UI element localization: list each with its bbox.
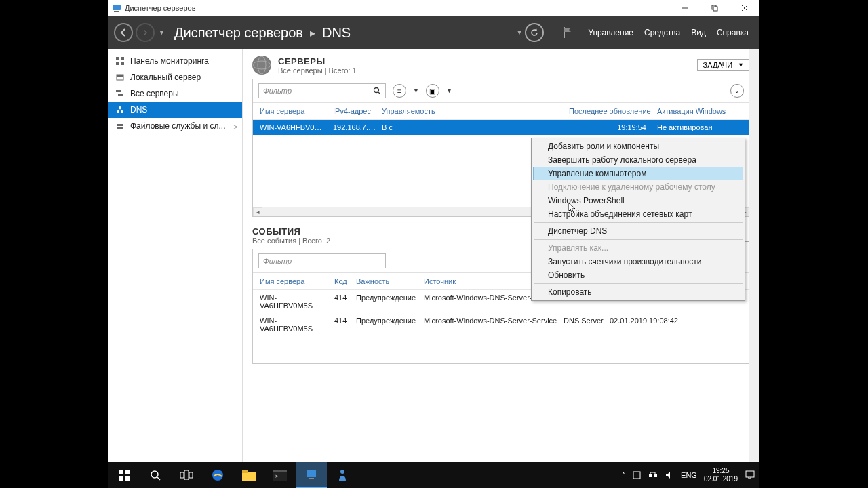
tray-volume-icon[interactable]: [665, 470, 674, 480]
svg-rect-9: [121, 57, 124, 60]
tray-app-icon[interactable]: [632, 470, 642, 480]
ctx-shutdown[interactable]: Завершить работу локального сервера: [533, 153, 743, 167]
app-icon[interactable]: [327, 462, 358, 488]
servers-tasks-button[interactable]: ЗАДАЧИ ▼: [697, 59, 750, 71]
maximize-button[interactable]: [700, 0, 730, 16]
tray-notifications-icon[interactable]: [745, 470, 755, 481]
menu-help[interactable]: Справка: [717, 28, 749, 37]
col-code[interactable]: Код: [332, 276, 353, 287]
servers-icon: [115, 89, 125, 98]
col-last-update[interactable]: Последнее обновление: [566, 106, 654, 117]
svg-rect-34: [180, 472, 184, 478]
svg-rect-4: [713, 7, 717, 11]
menu-tools[interactable]: Средства: [644, 28, 680, 37]
chevron-right-icon: ▷: [233, 123, 238, 130]
col-server-name[interactable]: Имя сервера: [257, 276, 332, 287]
ctx-powershell[interactable]: Windows PowerShell: [533, 194, 743, 207]
chevron-right-icon: ▸: [310, 26, 315, 39]
ctx-add-roles[interactable]: Добавить роли и компоненты: [533, 140, 743, 153]
search-icon[interactable]: [373, 87, 381, 95]
expand-button[interactable]: ⌄: [730, 84, 744, 98]
ctx-nic-teaming[interactable]: Настройка объединения сетевых карт: [533, 207, 743, 221]
svg-line-27: [378, 92, 380, 94]
sidebar-item-label: Локальный сервер: [130, 73, 201, 82]
explorer-icon[interactable]: [233, 462, 264, 488]
ctx-dns-manager[interactable]: Диспетчер DNS: [533, 224, 743, 238]
svg-rect-13: [117, 75, 123, 77]
svg-rect-46: [633, 472, 640, 479]
servers-filter-input[interactable]: Фильтр: [258, 83, 386, 98]
dns-icon: [115, 106, 125, 114]
ctx-copy[interactable]: Копировать: [533, 285, 743, 299]
sidebar-item-all-servers[interactable]: Все серверы: [108, 85, 242, 102]
forward-button[interactable]: [136, 23, 155, 42]
close-button[interactable]: [730, 0, 760, 16]
taskbar: >_ ˄ ENG 19:25 02.01.2019: [108, 462, 760, 488]
svg-point-45: [340, 470, 344, 474]
cmd-icon[interactable]: >_: [264, 462, 296, 488]
flag-icon[interactable]: [558, 23, 577, 42]
scrollbar-vertical[interactable]: [749, 49, 760, 488]
menu-view[interactable]: Вид: [691, 28, 706, 37]
svg-rect-1: [114, 11, 119, 12]
breadcrumb-child[interactable]: DNS: [322, 25, 351, 41]
search-button[interactable]: [140, 462, 171, 488]
globe-icon: [252, 56, 271, 75]
sidebar-item-label: DNS: [130, 105, 147, 115]
svg-rect-21: [117, 124, 123, 126]
server-row[interactable]: WIN-VA6HFBV0M5S 192.168.7.88 В с 19:19:5…: [253, 120, 749, 135]
breadcrumb: Диспетчер серверов ▸ DNS: [174, 25, 351, 41]
col-manageability[interactable]: Управляемость: [379, 106, 566, 117]
servers-title: СЕРВЕРЫ: [278, 56, 357, 66]
svg-rect-22: [117, 127, 123, 129]
sidebar-item-file-services[interactable]: Файловые службы и сл... ▷: [108, 118, 242, 134]
filter-tag-button[interactable]: ▣: [426, 84, 439, 98]
start-button[interactable]: [108, 462, 140, 488]
minimize-button[interactable]: [670, 0, 700, 16]
taskview-button[interactable]: [171, 462, 202, 488]
sidebar-item-dashboard[interactable]: Панель мониторинга: [108, 53, 242, 69]
svg-rect-29: [125, 470, 130, 474]
window-title: Диспетчер серверов: [125, 4, 670, 12]
tray-clock[interactable]: 19:25 02.01.2019: [704, 467, 738, 483]
ctx-computer-management[interactable]: Управление компьютером: [533, 167, 743, 180]
ie-icon[interactable]: [202, 462, 233, 488]
dashboard-icon: [115, 57, 125, 65]
menu-manage[interactable]: Управление: [588, 28, 633, 37]
ctx-manage-as: Управлять как...: [533, 241, 743, 255]
app-icon: [111, 3, 122, 14]
event-row[interactable]: WIN-VA6HFBV0M5S 414 Предупреждение Micro…: [253, 313, 749, 336]
svg-rect-30: [119, 476, 123, 481]
refresh-button[interactable]: [525, 23, 544, 42]
svg-rect-10: [116, 62, 119, 65]
filter-options-button[interactable]: ≡: [393, 84, 406, 98]
svg-rect-47: [649, 474, 652, 477]
col-activation[interactable]: Активация Windows: [654, 106, 745, 117]
sidebar-item-label: Все серверы: [130, 89, 179, 98]
back-button[interactable]: [114, 23, 133, 42]
tray-network-icon[interactable]: [648, 470, 658, 480]
events-filter-input[interactable]: Фильтр: [258, 253, 386, 268]
context-menu: Добавить роли и компоненты Завершить раб…: [531, 138, 745, 301]
svg-rect-44: [309, 478, 314, 479]
tray-lang[interactable]: ENG: [681, 471, 697, 479]
svg-line-33: [157, 477, 160, 480]
ctx-start-perf-counters[interactable]: Запустить счетчики производительности: [533, 255, 743, 268]
col-severity[interactable]: Важность: [353, 276, 421, 287]
nav-dropdown-icon[interactable]: ▼: [159, 29, 165, 36]
chevron-down-icon: ▼: [738, 62, 744, 68]
col-server-name[interactable]: Имя сервера: [257, 106, 330, 117]
ctx-refresh[interactable]: Обновить: [533, 268, 743, 282]
server-manager-icon[interactable]: [296, 462, 327, 488]
sidebar-item-dns[interactable]: DNS: [108, 102, 242, 118]
events-subtitle: Все события | Всего: 2: [252, 237, 330, 245]
svg-rect-41: [273, 470, 287, 472]
servers-panel-header: СЕРВЕРЫ Все серверы | Всего: 1 ЗАДАЧИ ▼: [252, 56, 750, 75]
tray-up-icon[interactable]: ˄: [622, 472, 625, 479]
sidebar-item-local-server[interactable]: Локальный сервер: [108, 69, 242, 85]
header-dropdown-icon[interactable]: ▼: [516, 29, 522, 36]
breadcrumb-root[interactable]: Диспетчер серверов: [174, 25, 303, 41]
events-title: СОБЫТИЯ: [252, 226, 330, 237]
col-ip[interactable]: IPv4-адрес: [330, 106, 379, 117]
svg-rect-11: [121, 62, 124, 65]
